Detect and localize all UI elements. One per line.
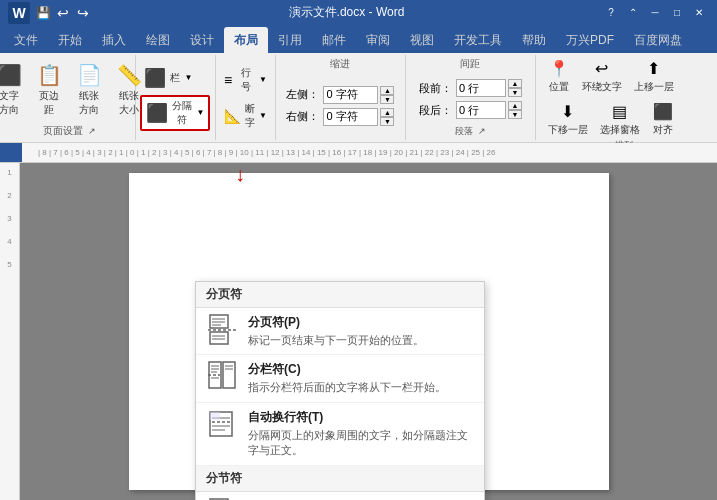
spacing-group: 间距 段前： ▲ ▼ 段后： ▲ ▼: [406, 55, 536, 140]
tab-developer[interactable]: 开发工具: [444, 27, 512, 53]
indent-left-input[interactable]: [323, 86, 378, 104]
orientation-label: 纸张方向: [75, 89, 103, 117]
send-back-button[interactable]: ⬇ 下移一层: [544, 100, 592, 139]
separator-buttons: ⬛ 栏 ▼ ⬛ 分隔符 ▼: [140, 57, 210, 138]
redo-icon[interactable]: ↪: [74, 4, 92, 22]
tab-draw[interactable]: 绘图: [136, 27, 180, 53]
page-break-title: 分页符(P): [248, 314, 474, 331]
after-up-button[interactable]: ▲: [508, 101, 522, 110]
indent-spacing-content: 左侧： ▲ ▼ 右侧： ▲ ▼: [286, 73, 394, 138]
indent-left-up-button[interactable]: ▲: [380, 86, 394, 95]
tab-references[interactable]: 引用: [268, 27, 312, 53]
line-number-label: 行号: [236, 66, 255, 94]
section-break-section-title: 分节符: [196, 466, 484, 492]
separator-button[interactable]: ⬛ 分隔符 ▼: [140, 95, 210, 131]
minimize-button[interactable]: ─: [645, 5, 665, 21]
indent-right-up-button[interactable]: ▲: [380, 108, 394, 117]
orientation-button[interactable]: 📄 纸张方向: [71, 61, 107, 119]
undo-icon[interactable]: ↩: [54, 4, 72, 22]
bring-forward-icon: ⬆: [647, 59, 660, 78]
tab-wps-pdf[interactable]: 万兴PDF: [556, 27, 624, 53]
tab-insert[interactable]: 插入: [92, 27, 136, 53]
position-label: 位置: [549, 80, 569, 94]
indent-right-spin: ▲ ▼: [380, 108, 394, 126]
before-spacing-input[interactable]: [456, 79, 506, 97]
indent-right-row: 右侧： ▲ ▼: [286, 108, 394, 126]
indent-right-label: 右侧：: [286, 109, 321, 124]
ribbon-toggle-icon[interactable]: ⌃: [623, 5, 643, 21]
columns-button[interactable]: ⬛ 栏 ▼: [140, 65, 200, 91]
save-icon[interactable]: 💾: [34, 4, 52, 22]
paragraph-dialog-icon[interactable]: ↗: [478, 126, 486, 136]
select-pane-label: 选择窗格: [600, 123, 640, 137]
help-icon[interactable]: ?: [601, 5, 621, 21]
document-area: 1 2 3 4 5 分页符: [0, 163, 717, 500]
arrange-buttons: 📍 位置 ↩ 环绕文字 ⬆ 上移一层 ⬇ 下移一层 ▤ 选择窗格: [544, 57, 705, 139]
col-break-icon: [206, 361, 238, 393]
tab-review[interactable]: 审阅: [356, 27, 400, 53]
before-up-button[interactable]: ▲: [508, 79, 522, 88]
spacing-content: 段前： ▲ ▼ 段后： ▲ ▼: [419, 73, 522, 125]
select-pane-button[interactable]: ▤ 选择窗格: [596, 100, 644, 139]
indent-right-input[interactable]: [323, 108, 378, 126]
next-page-item[interactable]: 新节 下一页(N) 插入分节符并在下一页上开始新节。: [196, 492, 484, 500]
page-setup-label-text: 页面设置: [43, 125, 83, 136]
maximize-button[interactable]: □: [667, 5, 687, 21]
after-spacing-spin: ▲ ▼: [508, 101, 522, 119]
before-down-button[interactable]: ▼: [508, 88, 522, 97]
align-icon: ⬛: [653, 102, 673, 121]
before-label: 段前：: [419, 81, 454, 96]
text-direction-label: 文字方向: [0, 89, 23, 117]
tab-baidu[interactable]: 百度网盘: [624, 27, 692, 53]
align-button[interactable]: ⬛ 对齐: [648, 100, 678, 139]
page-setup-dialog-icon[interactable]: ↗: [88, 126, 96, 136]
separator-chevron-icon: ▼: [196, 108, 204, 117]
col-break-title: 分栏符(C): [248, 361, 474, 378]
ruler-v-3: 3: [7, 214, 11, 223]
wrap-break-item[interactable]: 自动换行符(T) 分隔网页上的对象周围的文字，如分隔题注文字与正文。: [196, 403, 484, 466]
before-spacing-row: 段前： ▲ ▼: [419, 79, 522, 97]
page-break-section-title: 分页符: [196, 282, 484, 308]
page-setup-buttons: ⬛ 文字方向 📋 页边距 📄 纸张方向 📏 纸张大小: [0, 57, 147, 122]
paragraph-group-label: 段落 ↗: [455, 125, 486, 138]
margins-button[interactable]: 📋 页边距: [31, 61, 67, 119]
ruler-v-4: 4: [7, 237, 11, 246]
horizontal-ruler: | 8 | 7 | 6 | 5 | 4 | 3 | 2 | 1 | 0 | 1 …: [0, 143, 717, 163]
after-spacing-input[interactable]: [456, 101, 506, 119]
ruler-text: | 8 | 7 | 6 | 5 | 4 | 3 | 2 | 1 | 0 | 1 …: [38, 148, 495, 157]
position-icon: 📍: [549, 59, 569, 78]
after-down-button[interactable]: ▼: [508, 110, 522, 119]
tab-help[interactable]: 帮助: [512, 27, 556, 53]
hyphen-button[interactable]: 📐 断字 ▼: [220, 100, 271, 132]
bring-forward-button[interactable]: ⬆ 上移一层: [630, 57, 678, 96]
wrap-break-desc: 分隔网页上的对象周围的文字，如分隔题注文字与正文。: [248, 428, 474, 459]
position-button[interactable]: 📍 位置: [544, 57, 574, 96]
columns-label: 栏: [170, 71, 180, 85]
line-number-icon: ≡: [224, 72, 232, 88]
page-break-icon: [206, 314, 238, 346]
svg-rect-22: [210, 412, 220, 420]
wrap-text-button[interactable]: ↩ 环绕文字: [578, 57, 626, 96]
tab-mail[interactable]: 邮件: [312, 27, 356, 53]
indent-label: 缩进: [330, 57, 350, 71]
line-number-button[interactable]: ≡ 行号 ▼: [220, 64, 271, 96]
align-label: 对齐: [653, 123, 673, 137]
tab-file[interactable]: 文件: [4, 27, 48, 53]
indent-left-down-button[interactable]: ▼: [380, 95, 394, 104]
col-break-item[interactable]: 分栏符(C) 指示分栏符后面的文字将从下一栏开始。: [196, 355, 484, 402]
text-direction-button[interactable]: ⬛ 文字方向: [0, 61, 27, 119]
tab-view[interactable]: 视图: [400, 27, 444, 53]
tab-layout[interactable]: 布局: [224, 27, 268, 53]
svg-rect-2: [210, 332, 228, 344]
page-break-item[interactable]: 分页符(P) 标记一页结束与下一页开始的位置。: [196, 308, 484, 355]
word-icon: W: [8, 2, 30, 24]
close-button[interactable]: ✕: [689, 5, 709, 21]
indent-right-down-button[interactable]: ▼: [380, 117, 394, 126]
spacing-label: 间距: [460, 57, 480, 71]
tab-home[interactable]: 开始: [48, 27, 92, 53]
line-hyphen-buttons: ≡ 行号 ▼ 📐 断字 ▼: [220, 57, 271, 138]
tab-design[interactable]: 设计: [180, 27, 224, 53]
ruler-corner: [0, 143, 22, 163]
ribbon-tab-bar: 文件 开始 插入 绘图 设计 布局 引用 邮件 审阅 视图 开发工具 帮助 万兴…: [0, 25, 717, 53]
margins-label: 页边距: [35, 89, 63, 117]
